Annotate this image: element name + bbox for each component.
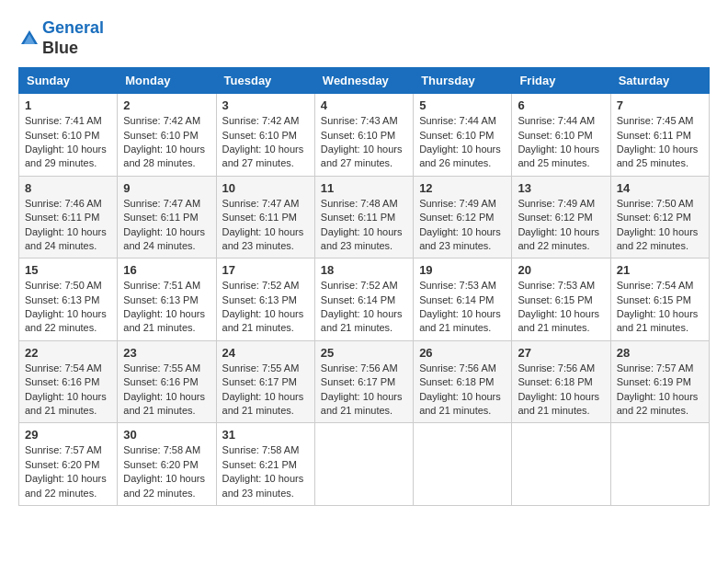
day-number: 21 bbox=[617, 263, 703, 277]
calendar-cell: 29Sunrise: 7:57 AMSunset: 6:20 PMDayligh… bbox=[19, 423, 118, 506]
day-number: 13 bbox=[518, 181, 604, 195]
day-number: 10 bbox=[222, 181, 309, 195]
calendar-cell: 13Sunrise: 7:49 AMSunset: 6:12 PMDayligh… bbox=[512, 176, 610, 259]
calendar-cell bbox=[610, 423, 709, 506]
calendar-cell: 7Sunrise: 7:45 AMSunset: 6:11 PMDaylight… bbox=[610, 94, 709, 177]
day-info: Sunrise: 7:47 AMSunset: 6:11 PMDaylight:… bbox=[123, 197, 210, 254]
day-info: Sunrise: 7:51 AMSunset: 6:13 PMDaylight:… bbox=[123, 279, 210, 336]
logo-text: GeneralBlue bbox=[42, 18, 104, 58]
day-info: Sunrise: 7:43 AMSunset: 6:10 PMDaylight:… bbox=[321, 114, 407, 171]
calendar-week-1: 1Sunrise: 7:41 AMSunset: 6:10 PMDaylight… bbox=[19, 94, 710, 177]
calendar-cell: 9Sunrise: 7:47 AMSunset: 6:11 PMDaylight… bbox=[118, 176, 216, 259]
day-number: 7 bbox=[617, 98, 703, 112]
day-number: 3 bbox=[222, 98, 309, 112]
calendar-cell: 24Sunrise: 7:55 AMSunset: 6:17 PMDayligh… bbox=[216, 340, 314, 423]
day-number: 30 bbox=[123, 428, 210, 442]
calendar-cell: 5Sunrise: 7:44 AMSunset: 6:10 PMDaylight… bbox=[414, 94, 512, 177]
day-info: Sunrise: 7:45 AMSunset: 6:11 PMDaylight:… bbox=[617, 114, 703, 171]
day-number: 19 bbox=[419, 263, 506, 277]
day-info: Sunrise: 7:44 AMSunset: 6:10 PMDaylight:… bbox=[518, 114, 604, 171]
day-number: 23 bbox=[123, 346, 210, 360]
day-info: Sunrise: 7:56 AMSunset: 6:18 PMDaylight:… bbox=[419, 362, 506, 419]
calendar-cell: 12Sunrise: 7:49 AMSunset: 6:12 PMDayligh… bbox=[414, 176, 512, 259]
day-number: 28 bbox=[617, 346, 703, 360]
calendar-cell: 17Sunrise: 7:52 AMSunset: 6:13 PMDayligh… bbox=[216, 259, 314, 341]
day-info: Sunrise: 7:56 AMSunset: 6:18 PMDaylight:… bbox=[518, 362, 604, 419]
day-number: 18 bbox=[321, 263, 407, 277]
calendar-cell: 25Sunrise: 7:56 AMSunset: 6:17 PMDayligh… bbox=[314, 340, 413, 423]
calendar-cell bbox=[512, 423, 610, 506]
calendar-cell bbox=[414, 423, 512, 506]
day-info: Sunrise: 7:53 AMSunset: 6:15 PMDaylight:… bbox=[518, 279, 604, 336]
page-header: GeneralBlue bbox=[18, 18, 710, 58]
weekday-header-sunday: Sunday bbox=[19, 68, 118, 94]
calendar-cell: 30Sunrise: 7:58 AMSunset: 6:20 PMDayligh… bbox=[118, 423, 216, 506]
day-info: Sunrise: 7:53 AMSunset: 6:14 PMDaylight:… bbox=[419, 279, 506, 336]
calendar-cell bbox=[314, 423, 413, 506]
calendar-cell: 15Sunrise: 7:50 AMSunset: 6:13 PMDayligh… bbox=[19, 259, 118, 341]
day-number: 24 bbox=[222, 346, 309, 360]
day-info: Sunrise: 7:52 AMSunset: 6:13 PMDaylight:… bbox=[222, 279, 309, 336]
day-info: Sunrise: 7:54 AMSunset: 6:16 PMDaylight:… bbox=[25, 362, 111, 419]
weekday-header-tuesday: Tuesday bbox=[216, 68, 314, 94]
calendar-cell: 22Sunrise: 7:54 AMSunset: 6:16 PMDayligh… bbox=[19, 340, 118, 423]
weekday-header-wednesday: Wednesday bbox=[314, 68, 413, 94]
calendar-cell: 4Sunrise: 7:43 AMSunset: 6:10 PMDaylight… bbox=[314, 94, 413, 177]
day-info: Sunrise: 7:55 AMSunset: 6:17 PMDaylight:… bbox=[222, 362, 309, 419]
day-info: Sunrise: 7:42 AMSunset: 6:10 PMDaylight:… bbox=[123, 114, 210, 171]
calendar-cell: 26Sunrise: 7:56 AMSunset: 6:18 PMDayligh… bbox=[414, 340, 512, 423]
day-info: Sunrise: 7:50 AMSunset: 6:13 PMDaylight:… bbox=[25, 279, 111, 336]
day-number: 25 bbox=[321, 346, 407, 360]
day-info: Sunrise: 7:58 AMSunset: 6:20 PMDaylight:… bbox=[123, 443, 210, 500]
day-number: 1 bbox=[25, 98, 111, 112]
calendar-cell: 11Sunrise: 7:48 AMSunset: 6:11 PMDayligh… bbox=[314, 176, 413, 259]
calendar-cell: 28Sunrise: 7:57 AMSunset: 6:19 PMDayligh… bbox=[610, 340, 709, 423]
day-info: Sunrise: 7:42 AMSunset: 6:10 PMDaylight:… bbox=[222, 114, 309, 171]
calendar-cell: 27Sunrise: 7:56 AMSunset: 6:18 PMDayligh… bbox=[512, 340, 610, 423]
calendar-cell: 1Sunrise: 7:41 AMSunset: 6:10 PMDaylight… bbox=[19, 94, 118, 177]
day-info: Sunrise: 7:44 AMSunset: 6:10 PMDaylight:… bbox=[419, 114, 506, 171]
day-number: 4 bbox=[321, 98, 407, 112]
day-number: 5 bbox=[419, 98, 506, 112]
calendar-cell: 20Sunrise: 7:53 AMSunset: 6:15 PMDayligh… bbox=[512, 259, 610, 341]
day-number: 20 bbox=[518, 263, 604, 277]
calendar-table: SundayMondayTuesdayWednesdayThursdayFrid… bbox=[18, 67, 710, 506]
calendar-cell: 23Sunrise: 7:55 AMSunset: 6:16 PMDayligh… bbox=[118, 340, 216, 423]
day-info: Sunrise: 7:49 AMSunset: 6:12 PMDaylight:… bbox=[419, 197, 506, 254]
calendar-cell: 2Sunrise: 7:42 AMSunset: 6:10 PMDaylight… bbox=[118, 94, 216, 177]
calendar-cell: 14Sunrise: 7:50 AMSunset: 6:12 PMDayligh… bbox=[610, 176, 709, 259]
day-number: 16 bbox=[123, 263, 210, 277]
calendar-cell: 19Sunrise: 7:53 AMSunset: 6:14 PMDayligh… bbox=[414, 259, 512, 341]
day-info: Sunrise: 7:41 AMSunset: 6:10 PMDaylight:… bbox=[25, 114, 111, 171]
day-info: Sunrise: 7:47 AMSunset: 6:11 PMDaylight:… bbox=[222, 197, 309, 254]
logo-icon bbox=[18, 28, 40, 50]
day-info: Sunrise: 7:55 AMSunset: 6:16 PMDaylight:… bbox=[123, 362, 210, 419]
day-number: 14 bbox=[617, 181, 703, 195]
calendar-cell: 18Sunrise: 7:52 AMSunset: 6:14 PMDayligh… bbox=[314, 259, 413, 341]
day-info: Sunrise: 7:57 AMSunset: 6:20 PMDaylight:… bbox=[25, 443, 111, 500]
day-number: 8 bbox=[25, 181, 111, 195]
weekday-header-row: SundayMondayTuesdayWednesdayThursdayFrid… bbox=[19, 68, 710, 94]
weekday-header-saturday: Saturday bbox=[610, 68, 709, 94]
calendar-cell: 6Sunrise: 7:44 AMSunset: 6:10 PMDaylight… bbox=[512, 94, 610, 177]
calendar-cell: 10Sunrise: 7:47 AMSunset: 6:11 PMDayligh… bbox=[216, 176, 314, 259]
calendar-cell: 31Sunrise: 7:58 AMSunset: 6:21 PMDayligh… bbox=[216, 423, 314, 506]
weekday-header-monday: Monday bbox=[118, 68, 216, 94]
day-info: Sunrise: 7:46 AMSunset: 6:11 PMDaylight:… bbox=[25, 197, 111, 254]
day-number: 31 bbox=[222, 428, 309, 442]
day-info: Sunrise: 7:48 AMSunset: 6:11 PMDaylight:… bbox=[321, 197, 407, 254]
day-info: Sunrise: 7:54 AMSunset: 6:15 PMDaylight:… bbox=[617, 279, 703, 336]
day-number: 26 bbox=[419, 346, 506, 360]
calendar-cell: 16Sunrise: 7:51 AMSunset: 6:13 PMDayligh… bbox=[118, 259, 216, 341]
day-info: Sunrise: 7:52 AMSunset: 6:14 PMDaylight:… bbox=[321, 279, 407, 336]
day-number: 15 bbox=[25, 263, 111, 277]
day-number: 9 bbox=[123, 181, 210, 195]
day-info: Sunrise: 7:57 AMSunset: 6:19 PMDaylight:… bbox=[617, 362, 703, 419]
logo: GeneralBlue bbox=[18, 18, 104, 58]
day-number: 2 bbox=[123, 98, 210, 112]
calendar-cell: 21Sunrise: 7:54 AMSunset: 6:15 PMDayligh… bbox=[610, 259, 709, 341]
day-info: Sunrise: 7:56 AMSunset: 6:17 PMDaylight:… bbox=[321, 362, 407, 419]
day-info: Sunrise: 7:58 AMSunset: 6:21 PMDaylight:… bbox=[222, 443, 309, 500]
weekday-header-thursday: Thursday bbox=[414, 68, 512, 94]
day-number: 6 bbox=[518, 98, 604, 112]
